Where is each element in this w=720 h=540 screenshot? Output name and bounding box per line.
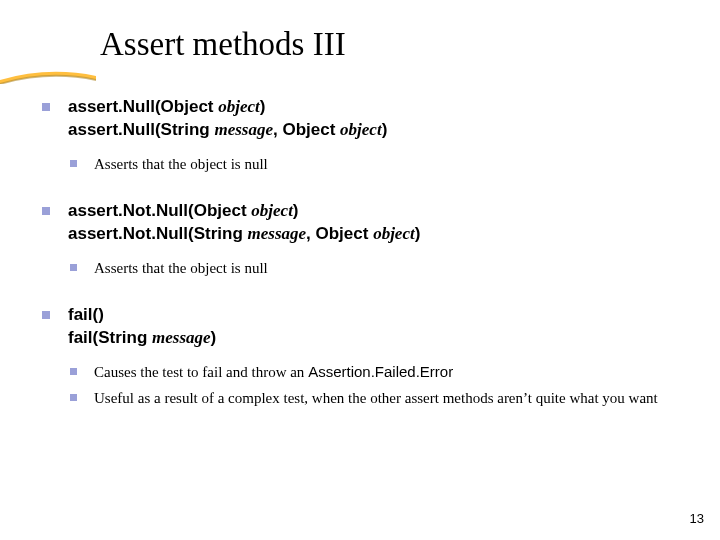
text-segment: assert — [68, 120, 118, 139]
square-bullet-icon — [70, 394, 77, 401]
spacer — [42, 282, 690, 304]
text-segment: assert — [68, 97, 118, 116]
title-swoosh-icon — [0, 70, 96, 78]
text-segment: message — [152, 328, 211, 347]
text-segment: fail() — [68, 305, 104, 324]
signature-line-2: assert.Not.Null(String message, Object o… — [68, 223, 690, 246]
text-segment: , Object — [273, 120, 340, 139]
text-segment: Useful as a result of a complex test, wh… — [94, 390, 658, 406]
text-segment: Null(Object — [156, 201, 251, 220]
signature-line-2: assert.Null(String message, Object objec… — [68, 119, 690, 142]
text-segment: ) — [415, 224, 421, 243]
text-segment: object — [218, 97, 260, 116]
text-segment: Causes the test to fail and throw an — [94, 364, 308, 380]
page-number: 13 — [690, 511, 704, 526]
text-segment: assert — [68, 201, 118, 220]
text-segment: Null(Object — [123, 97, 218, 116]
text-segment: ) — [293, 201, 299, 220]
text-segment: Failed — [375, 363, 416, 380]
signature-line-1: assert.Not.Null(Object object) — [68, 200, 690, 223]
text-segment: Null(String — [123, 120, 215, 139]
text-segment: Null(String — [156, 224, 248, 243]
signature-line-1: assert.Null(Object object) — [68, 96, 690, 119]
bullet-level-2: Asserts that the object is null — [42, 258, 690, 278]
text-segment: message — [248, 224, 307, 243]
text-segment: object — [251, 201, 293, 220]
text-segment: Not — [123, 224, 151, 243]
square-bullet-icon — [70, 264, 77, 271]
square-bullet-icon — [70, 368, 77, 375]
bullet-level-2: Useful as a result of a complex test, wh… — [42, 388, 690, 408]
text-segment: Asserts that the object is null — [94, 260, 268, 276]
spacer — [42, 178, 690, 200]
bullet-level-2: Asserts that the object is null — [42, 154, 690, 174]
text-segment: Error — [420, 363, 453, 380]
text-segment: message — [214, 120, 273, 139]
slide-title: Assert methods III — [100, 26, 346, 63]
text-segment: ) — [211, 328, 217, 347]
signature-line-1: fail() — [68, 304, 690, 327]
text-segment: assert — [68, 224, 118, 243]
slide-body: assert.Null(Object object)assert.Null(St… — [42, 96, 690, 413]
text-segment: object — [340, 120, 382, 139]
square-bullet-icon — [42, 103, 50, 111]
text-segment: ) — [260, 97, 266, 116]
text-segment: Not — [123, 201, 151, 220]
text-segment: , Object — [306, 224, 373, 243]
text-segment: Asserts that the object is null — [94, 156, 268, 172]
bullet-level-2: Causes the test to fail and throw an Ass… — [42, 362, 690, 382]
text-segment: fail(String — [68, 328, 152, 347]
text-segment: Assertion — [308, 363, 371, 380]
bullet-level-1: fail()fail(String message) — [42, 304, 690, 350]
signature-line-2: fail(String message) — [68, 327, 690, 350]
text-segment: object — [373, 224, 415, 243]
text-segment: ) — [382, 120, 388, 139]
bullet-level-1: assert.Null(Object object)assert.Null(St… — [42, 96, 690, 142]
square-bullet-icon — [42, 207, 50, 215]
square-bullet-icon — [42, 311, 50, 319]
square-bullet-icon — [70, 160, 77, 167]
bullet-level-1: assert.Not.Null(Object object)assert.Not… — [42, 200, 690, 246]
